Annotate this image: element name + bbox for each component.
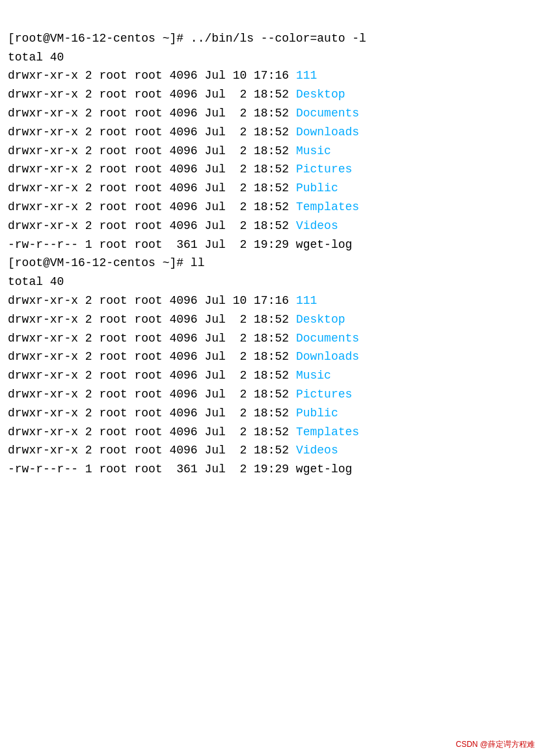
terminal-line: drwxr-xr-x 2 root root 4096 Jul 2 18:52 … [8, 104, 532, 123]
terminal-line: drwxr-xr-x 2 root root 4096 Jul 10 17:16… [8, 291, 532, 310]
terminal-line: drwxr-xr-x 2 root root 4096 Jul 2 18:52 … [8, 160, 532, 179]
terminal-line: drwxr-xr-x 2 root root 4096 Jul 2 18:52 … [8, 366, 532, 385]
directory-name: Public [296, 407, 338, 420]
terminal-line: drwxr-xr-x 2 root root 4096 Jul 2 18:52 … [8, 423, 532, 442]
terminal-line: drwxr-xr-x 2 root root 4096 Jul 2 18:52 … [8, 198, 532, 217]
directory-name: Desktop [296, 313, 345, 326]
terminal-line: total 40 [8, 273, 532, 291]
terminal-line: drwxr-xr-x 2 root root 4096 Jul 2 18:52 … [8, 310, 532, 329]
directory-name: Desktop [296, 88, 345, 101]
terminal-line: drwxr-xr-x 2 root root 4096 Jul 10 17:16… [8, 66, 532, 85]
terminal-line: drwxr-xr-x 2 root root 4096 Jul 2 18:52 … [8, 85, 532, 104]
terminal-line: drwxr-xr-x 2 root root 4096 Jul 2 18:52 … [8, 385, 532, 404]
directory-name: Videos [296, 444, 338, 457]
terminal-line: -rw-r--r-- 1 root root 361 Jul 2 19:29 w… [8, 236, 532, 254]
terminal-line: total 40 [8, 48, 532, 67]
directory-name: 111 [296, 69, 317, 82]
terminal-line: [root@VM-16-12-centos ~]# ll [8, 254, 532, 273]
terminal-line: drwxr-xr-x 2 root root 4096 Jul 2 18:52 … [8, 217, 532, 236]
directory-name: 111 [296, 294, 317, 307]
directory-name: Music [296, 369, 331, 382]
directory-name: Templates [296, 200, 359, 213]
terminal-line: [root@VM-16-12-centos ~]# ../bin/ls --co… [8, 29, 532, 48]
directory-name: Downloads [296, 350, 359, 363]
directory-name: Templates [296, 425, 359, 439]
terminal-line: drwxr-xr-x 2 root root 4096 Jul 2 18:52 … [8, 404, 532, 423]
terminal-output: [root@VM-16-12-centos ~]# ../bin/ls --co… [8, 10, 532, 479]
directory-name: Public [296, 182, 338, 195]
directory-name: Pictures [296, 163, 352, 176]
directory-name: Videos [296, 219, 338, 232]
terminal-line: drwxr-xr-x 2 root root 4096 Jul 2 18:52 … [8, 179, 532, 198]
terminal-line: drwxr-xr-x 2 root root 4096 Jul 2 18:52 … [8, 142, 532, 161]
directory-name: Documents [296, 332, 359, 345]
terminal-line: drwxr-xr-x 2 root root 4096 Jul 2 18:52 … [8, 329, 532, 348]
terminal-line: drwxr-xr-x 2 root root 4096 Jul 2 18:52 … [8, 123, 532, 142]
watermark: CSDN @薛定谔方程难 [455, 738, 535, 751]
terminal-line: drwxr-xr-x 2 root root 4096 Jul 2 18:52 … [8, 347, 532, 366]
directory-name: Downloads [296, 126, 359, 139]
directory-name: Documents [296, 107, 359, 120]
directory-name: Pictures [296, 388, 352, 401]
terminal-line: drwxr-xr-x 2 root root 4096 Jul 2 18:52 … [8, 441, 532, 460]
directory-name: Music [296, 144, 331, 157]
terminal-line: -rw-r--r-- 1 root root 361 Jul 2 19:29 w… [8, 460, 532, 479]
